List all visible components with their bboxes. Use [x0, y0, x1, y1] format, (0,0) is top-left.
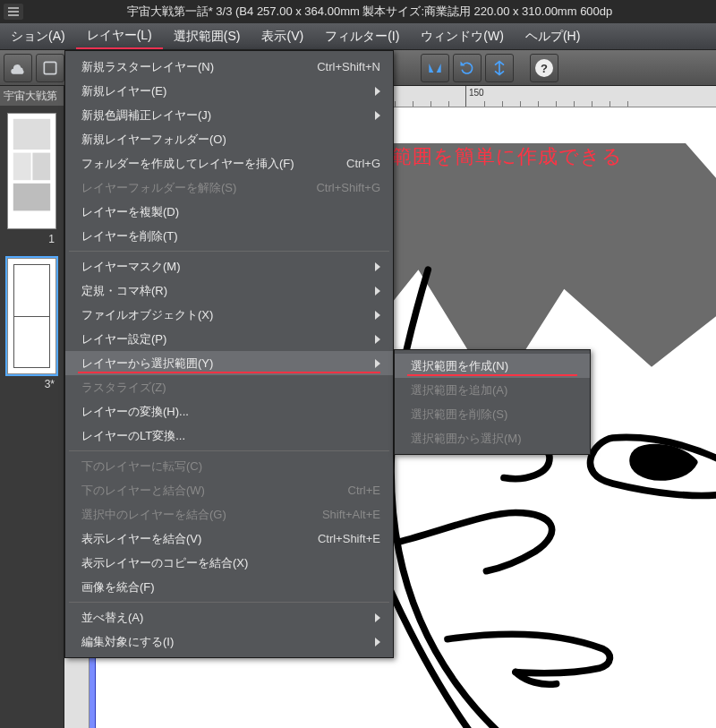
page-thumbnail-3[interactable] [7, 258, 56, 374]
menu-item: 選択中のレイヤーを結合(G)Shift+Alt+E [65, 502, 393, 527]
toolbar-button-generic[interactable] [36, 54, 64, 82]
submenu-item: 選択範囲を削除(S) [395, 402, 590, 426]
menu-ション(A)[interactable]: ション(A) [0, 23, 76, 49]
menu-item[interactable]: 表示レイヤーのコピーを結合(X) [65, 551, 393, 575]
svg-rect-2 [13, 119, 50, 150]
menu-item[interactable]: 編集対象にする(I) [65, 630, 393, 654]
pages-panel: 宇宙大戦第 1 3* [0, 86, 64, 728]
menu-フィルター(I)[interactable]: フィルター(I) [314, 23, 410, 49]
menu-item[interactable]: 新規レイヤー(E) [65, 79, 393, 103]
title-bar: 宇宙大戦第一話* 3/3 (B4 257.00 x 364.00mm 製本サイズ… [0, 0, 716, 23]
menu-ウィンドウ(W)[interactable]: ウィンドウ(W) [410, 23, 515, 49]
menu-item[interactable]: レイヤーのLT変換... [65, 424, 393, 448]
menu-item[interactable]: レイヤー設定(P) [65, 327, 393, 351]
submenu-item: 選択範囲を追加(A) [395, 378, 590, 402]
menu-item[interactable]: 新規レイヤーフォルダー(O) [65, 127, 393, 151]
submenu-item[interactable]: 選択範囲を作成(N) [395, 354, 590, 378]
menu-item[interactable]: 並べ替え(A) [65, 605, 393, 630]
window-title: 宇宙大戦第一話* 3/3 (B4 257.00 x 364.00mm 製本サイズ… [27, 4, 712, 20]
help-icon: ? [535, 59, 553, 77]
menu-item[interactable]: レイヤーを複製(D) [65, 200, 393, 224]
file-tab[interactable]: 宇宙大戦第 [0, 86, 64, 106]
menu-item[interactable]: ファイルオブジェクト(X) [65, 303, 393, 327]
menu-item[interactable]: 画像を統合(F) [65, 575, 393, 599]
menu-item[interactable]: 定規・コマ枠(R) [65, 278, 393, 303]
menu-レイヤー(L)[interactable]: レイヤー(L) [76, 23, 163, 49]
menu-item[interactable]: 新規ラスターレイヤー(N)Ctrl+Shift+N [65, 55, 393, 79]
page-number-3: 3* [0, 378, 64, 396]
svg-rect-4 [32, 153, 50, 181]
toolbar-button-rotation[interactable] [453, 54, 482, 82]
svg-rect-0 [44, 62, 55, 73]
menu-item: 下のレイヤーと結合(W)Ctrl+E [65, 478, 393, 502]
menu-bar: ション(A)レイヤー(L)選択範囲(S)表示(V)フィルター(I)ウィンドウ(W… [0, 23, 716, 50]
layer-to-selection-submenu: 選択範囲を作成(N)選択範囲を追加(A)選択範囲を削除(S)選択範囲から選択(M… [394, 349, 591, 455]
page-number-1: 1 [0, 233, 64, 251]
menu-item[interactable]: レイヤーの変換(H)... [65, 399, 393, 424]
svg-rect-3 [13, 153, 31, 181]
menu-item: ラスタライズ(Z) [65, 375, 393, 399]
menu-item[interactable]: レイヤーを削除(T) [65, 224, 393, 248]
menu-item[interactable]: レイヤーから選択範囲(Y) [65, 351, 393, 375]
menu-item[interactable]: 表示レイヤーを結合(V)Ctrl+Shift+E [65, 527, 393, 551]
menu-item: レイヤーフォルダーを解除(S)Ctrl+Shift+G [65, 176, 393, 200]
menu-item[interactable]: レイヤーマスク(M) [65, 254, 393, 278]
page-thumbnail-1[interactable] [7, 113, 56, 229]
toolbar-button-cloud[interactable] [4, 54, 32, 82]
menu-item[interactable]: 新規色調補正レイヤー(J) [65, 103, 393, 127]
layer-menu: 新規ラスターレイヤー(N)Ctrl+Shift+N新規レイヤー(E)新規色調補正… [64, 50, 394, 658]
svg-rect-5 [13, 184, 50, 211]
menu-選択範囲(S)[interactable]: 選択範囲(S) [163, 23, 251, 49]
menu-表示(V)[interactable]: 表示(V) [251, 23, 314, 49]
submenu-item: 選択範囲から選択(M) [395, 426, 590, 450]
toolbar-button-flip-h[interactable] [421, 54, 449, 82]
menu-item: 下のレイヤーに転写(C) [65, 454, 393, 478]
menu-item[interactable]: フォルダーを作成してレイヤーを挿入(F)Ctrl+G [65, 151, 393, 176]
menu-ヘルプ(H)[interactable]: ヘルプ(H) [515, 23, 591, 49]
toolbar-button-fit[interactable] [485, 54, 514, 82]
hamburger-icon[interactable] [4, 4, 23, 20]
help-button[interactable]: ? [530, 54, 558, 82]
